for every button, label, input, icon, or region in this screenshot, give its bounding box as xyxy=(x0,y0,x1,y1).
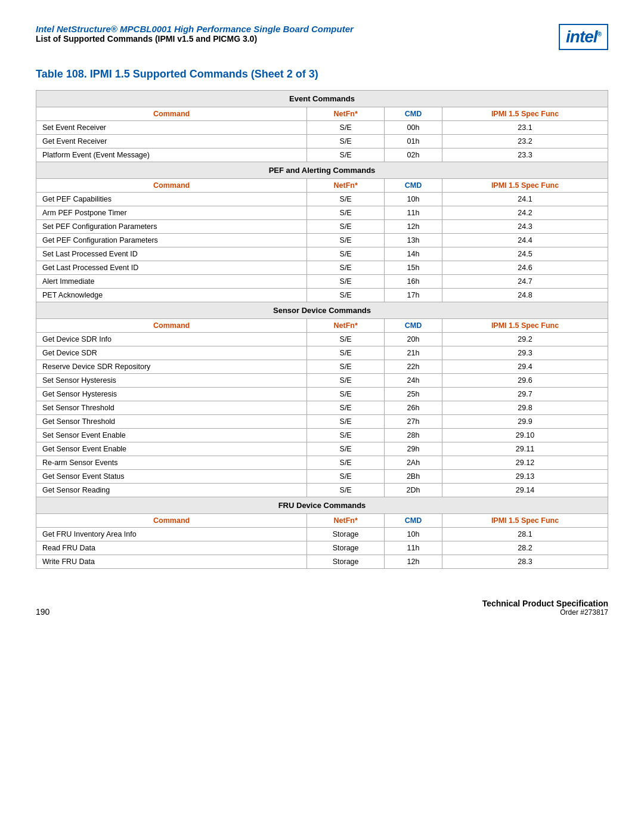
row-netfn: S/E xyxy=(307,220,385,234)
row-spec: 24.1 xyxy=(442,193,608,206)
table-row: Read FRU Data Storage 11h 28.2 xyxy=(36,541,608,555)
row-spec: 24.7 xyxy=(442,275,608,289)
page-footer: 190 Technical Product Specification Orde… xyxy=(36,593,608,617)
row-netfn: S/E xyxy=(307,429,385,442)
row-netfn: S/E xyxy=(307,442,385,456)
row-spec: 23.2 xyxy=(442,135,608,148)
row-cmd: 2Bh xyxy=(384,470,442,484)
row-netfn: S/E xyxy=(307,193,385,206)
row-netfn: Storage xyxy=(307,541,385,555)
row-cmd: 21h xyxy=(384,346,442,360)
row-netfn: S/E xyxy=(307,415,385,429)
row-spec: 29.6 xyxy=(442,374,608,388)
table-row: Arm PEF Postpone Timer S/E 11h 24.2 xyxy=(36,206,608,220)
row-cmd: 00h xyxy=(384,121,442,135)
row-cmd: 20h xyxy=(384,333,442,346)
row-spec: 29.10 xyxy=(442,429,608,442)
pef-commands-header: PEF and Alerting Commands xyxy=(36,162,608,179)
row-spec: 29.12 xyxy=(442,456,608,470)
table-row: Set Last Processed Event ID S/E 14h 24.5 xyxy=(36,247,608,261)
table-row: Set Sensor Threshold S/E 26h 29.8 xyxy=(36,401,608,415)
row-spec: 29.7 xyxy=(442,388,608,401)
row-command: Get Sensor Event Status xyxy=(36,470,307,484)
commands-table: Event Commands Command NetFn* CMD IPMI 1… xyxy=(36,90,608,569)
row-cmd: 12h xyxy=(384,220,442,234)
table-row: Re-arm Sensor Events S/E 2Ah 29.12 xyxy=(36,456,608,470)
col-command-1: Command xyxy=(36,107,307,121)
row-command: Set Sensor Threshold xyxy=(36,401,307,415)
row-command: Set Sensor Hysteresis xyxy=(36,374,307,388)
sensor-commands-label: Sensor Device Commands xyxy=(36,302,608,319)
row-command: Get Sensor Reading xyxy=(36,484,307,497)
sensor-commands-col-headers: Command NetFn* CMD IPMI 1.5 Spec Func xyxy=(36,319,608,333)
row-netfn: S/E xyxy=(307,206,385,220)
sensor-commands-header: Sensor Device Commands xyxy=(36,302,608,319)
row-netfn: Storage xyxy=(307,528,385,541)
row-spec: 29.14 xyxy=(442,484,608,497)
event-commands-col-headers: Command NetFn* CMD IPMI 1.5 Spec Func xyxy=(36,107,608,121)
row-spec: 23.3 xyxy=(442,148,608,162)
row-spec: 29.11 xyxy=(442,442,608,456)
row-spec: 24.4 xyxy=(442,234,608,247)
row-command: Write FRU Data xyxy=(36,555,307,569)
row-netfn: S/E xyxy=(307,333,385,346)
row-netfn: S/E xyxy=(307,234,385,247)
col-spec-1: IPMI 1.5 Spec Func xyxy=(442,107,608,121)
row-spec: 24.3 xyxy=(442,220,608,234)
row-cmd: 13h xyxy=(384,234,442,247)
row-command: Get PEF Capabilities xyxy=(36,193,307,206)
row-spec: 24.8 xyxy=(442,289,608,302)
col-command-2: Command xyxy=(36,179,307,193)
row-cmd: 10h xyxy=(384,193,442,206)
table-row: PET Acknowledge S/E 17h 24.8 xyxy=(36,289,608,302)
row-spec: 24.2 xyxy=(442,206,608,220)
table-row: Get Sensor Event Enable S/E 29h 29.11 xyxy=(36,442,608,456)
row-command: Set Sensor Event Enable xyxy=(36,429,307,442)
page-number: 190 xyxy=(36,607,49,617)
row-command: Get Device SDR xyxy=(36,346,307,360)
row-netfn: S/E xyxy=(307,148,385,162)
col-spec-3: IPMI 1.5 Spec Func xyxy=(442,319,608,333)
col-netfn-1: NetFn* xyxy=(307,107,385,121)
document-title: Intel NetStructure® MPCBL0001 High Perfo… xyxy=(36,24,354,34)
col-netfn-4: NetFn* xyxy=(307,514,385,528)
table-row: Get Device SDR S/E 21h 29.3 xyxy=(36,346,608,360)
row-cmd: 24h xyxy=(384,374,442,388)
row-spec: 29.3 xyxy=(442,346,608,360)
row-cmd: 15h xyxy=(384,261,442,275)
row-netfn: S/E xyxy=(307,346,385,360)
table-row: Get Event Receiver S/E 01h 23.2 xyxy=(36,135,608,148)
table-row: Get PEF Capabilities S/E 10h 24.1 xyxy=(36,193,608,206)
table-row: Write FRU Data Storage 12h 28.3 xyxy=(36,555,608,569)
table-title: Table 108. IPMI 1.5 Supported Commands (… xyxy=(36,68,608,80)
row-netfn: S/E xyxy=(307,484,385,497)
page-header: Intel NetStructure® MPCBL0001 High Perfo… xyxy=(36,24,608,50)
row-cmd: 11h xyxy=(384,206,442,220)
col-cmd-3: CMD xyxy=(384,319,442,333)
tech-spec-label: Technical Product Specification xyxy=(482,599,608,608)
row-command: Get FRU Inventory Area Info xyxy=(36,528,307,541)
footer-right: Technical Product Specification Order #2… xyxy=(482,599,608,617)
document-subtitle: List of Supported Commands (IPMI v1.5 an… xyxy=(36,34,354,44)
row-spec: 24.6 xyxy=(442,261,608,275)
table-row: Get Sensor Reading S/E 2Dh 29.14 xyxy=(36,484,608,497)
row-command: Arm PEF Postpone Timer xyxy=(36,206,307,220)
row-command: Get Device SDR Info xyxy=(36,333,307,346)
row-cmd: 27h xyxy=(384,415,442,429)
col-cmd-2: CMD xyxy=(384,179,442,193)
header-text-block: Intel NetStructure® MPCBL0001 High Perfo… xyxy=(36,24,354,44)
row-cmd: 25h xyxy=(384,388,442,401)
row-spec: 29.4 xyxy=(442,360,608,374)
row-command: Set Last Processed Event ID xyxy=(36,247,307,261)
order-number: Order #273817 xyxy=(482,608,608,617)
col-command-3: Command xyxy=(36,319,307,333)
row-spec: 24.5 xyxy=(442,247,608,261)
row-command: Set PEF Configuration Parameters xyxy=(36,220,307,234)
fru-commands-col-headers: Command NetFn* CMD IPMI 1.5 Spec Func xyxy=(36,514,608,528)
row-netfn: S/E xyxy=(307,275,385,289)
col-cmd-4: CMD xyxy=(384,514,442,528)
row-command: Platform Event (Event Message) xyxy=(36,148,307,162)
row-cmd: 11h xyxy=(384,541,442,555)
row-cmd: 10h xyxy=(384,528,442,541)
row-netfn: S/E xyxy=(307,135,385,148)
